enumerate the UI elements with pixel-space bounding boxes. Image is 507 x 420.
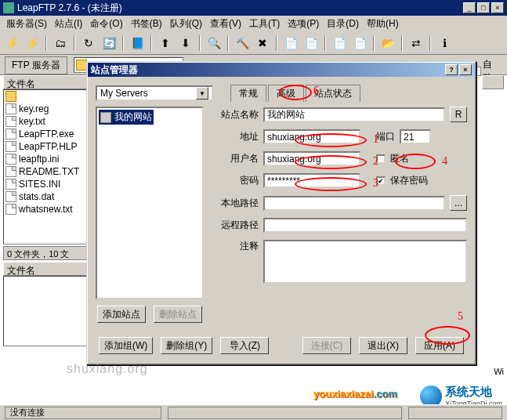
folder-open-icon[interactable]: 📂 xyxy=(379,34,397,52)
import-button[interactable]: 导入(Z) xyxy=(220,337,269,354)
remote-pane-edge xyxy=(482,75,504,282)
menu-directory[interactable]: 目录(D) xyxy=(324,16,362,32)
file-icon xyxy=(5,191,16,202)
find-icon[interactable]: 🔍 xyxy=(205,34,223,52)
menu-help[interactable]: 帮助(H) xyxy=(364,16,402,32)
upload-icon[interactable]: ⬆ xyxy=(157,34,174,52)
close-button[interactable]: × xyxy=(491,2,504,13)
delete-group-button[interactable]: 删除组(Y) xyxy=(161,337,212,354)
main-titlebar: LeapFTP 2.7.6 - (未注册) _ □ × xyxy=(0,0,507,16)
doc2-icon[interactable]: 📄 xyxy=(302,34,320,52)
site-icon xyxy=(100,112,111,123)
up-icon xyxy=(5,91,16,102)
port-input[interactable]: 21 xyxy=(400,129,431,144)
comment-textarea[interactable] xyxy=(263,240,467,284)
delete-icon[interactable]: ✖ xyxy=(254,34,271,52)
file-icon xyxy=(5,166,16,177)
savepass-checkbox[interactable]: ✔ xyxy=(376,176,386,186)
maximize-button[interactable]: □ xyxy=(477,2,490,13)
menu-bookmark[interactable]: 书签(B) xyxy=(128,16,165,32)
label-pass: 密码 xyxy=(215,174,259,187)
status-cell-2 xyxy=(168,407,402,419)
statusbar: 没有连接 xyxy=(0,404,507,420)
status-cell-3 xyxy=(408,407,502,419)
info-icon[interactable]: ℹ xyxy=(436,34,453,52)
label-port: 端口 xyxy=(376,130,395,143)
delete-site-button[interactable]: 删除站点 xyxy=(154,306,202,323)
password-input[interactable]: ********* xyxy=(263,173,360,188)
dialog-help-button[interactable]: ? xyxy=(445,64,458,75)
partial-text: Wi xyxy=(494,367,504,376)
browse-local-button[interactable]: ... xyxy=(450,195,467,211)
site-manager-dialog: 站点管理器 ? × My Servers ▼ 常规 高级 站点状态 我的网站 xyxy=(86,61,476,365)
menu-site[interactable]: 站点(I) xyxy=(52,16,85,32)
file-icon xyxy=(5,129,16,139)
add-site-button[interactable]: 添加站点 xyxy=(97,306,146,323)
file-icon xyxy=(5,179,16,190)
label-localpath: 本地路径 xyxy=(215,197,259,210)
dialog-titlebar: 站点管理器 ? × xyxy=(88,63,475,77)
r-button[interactable]: R xyxy=(450,107,467,122)
site-tree[interactable]: 我的网站 xyxy=(96,107,204,299)
doc3-icon[interactable]: 📄 xyxy=(331,34,348,52)
chevron-down-icon[interactable]: ▼ xyxy=(196,87,208,100)
download-icon[interactable]: ⬇ xyxy=(177,34,194,52)
menu-queue[interactable]: 队列(Q) xyxy=(167,16,205,32)
menubar: 服务器(S) 站点(I) 命令(O) 书签(B) 队列(Q) 查看(V) 工具(… xyxy=(0,16,507,31)
localpath-input[interactable] xyxy=(263,196,445,211)
tab-site-status[interactable]: 站点状态 xyxy=(306,85,360,102)
file-icon xyxy=(5,141,16,152)
menu-command[interactable]: 命令(O) xyxy=(87,16,125,32)
tab-advanced[interactable]: 高级 xyxy=(268,85,304,102)
app-icon xyxy=(3,2,14,13)
label-anon: 匿名 xyxy=(390,152,409,165)
connect-button[interactable]: 连接(C) xyxy=(302,337,351,354)
toolbar: ⚡ ⚡ 🗂 ↻ 🔄 📘 ⬆ ⬇ 🔍 🔨 ✖ 📄 📄 📄 📄 📂 ⇄ ℹ xyxy=(0,31,507,55)
doc4-icon[interactable]: 📄 xyxy=(351,34,368,52)
combo-value: My Servers xyxy=(100,88,148,99)
connect-icon[interactable]: ⚡ xyxy=(3,34,20,52)
anon-checkbox[interactable] xyxy=(376,154,386,164)
minimize-button[interactable]: _ xyxy=(463,2,476,13)
disconnect-icon[interactable]: ⚡ xyxy=(24,34,41,52)
label-comment: 注释 xyxy=(215,240,259,253)
book-icon[interactable]: 📘 xyxy=(129,34,146,52)
file-icon xyxy=(5,116,16,127)
tab-ftp-server[interactable]: FTP 服务器 xyxy=(5,56,67,74)
dialog-close-button[interactable]: × xyxy=(459,64,472,75)
watermark-text: shuxiang.org xyxy=(67,362,148,376)
file-icon xyxy=(5,204,16,215)
address-input[interactable]: shuxiang.org xyxy=(263,129,360,144)
site-tree-item[interactable]: 我的网站 xyxy=(99,110,154,125)
dialog-title: 站点管理器 xyxy=(91,63,138,77)
window-title: LeapFTP 2.7.6 - (未注册) xyxy=(17,2,122,15)
server-group-combo[interactable]: My Servers ▼ xyxy=(96,85,213,101)
doc1-icon[interactable]: 📄 xyxy=(282,34,299,52)
label-user: 用户名 xyxy=(215,152,259,165)
menu-server[interactable]: 服务器(S) xyxy=(3,16,50,32)
sitename-input[interactable]: 我的网站 xyxy=(263,107,445,122)
folder-icon xyxy=(76,60,87,71)
label-addr: 地址 xyxy=(215,130,259,143)
menu-view[interactable]: 查看(V) xyxy=(207,16,244,32)
refresh-icon[interactable]: 🔄 xyxy=(100,34,118,52)
label-remotepath: 远程路径 xyxy=(215,219,259,232)
menu-options[interactable]: 选项(P) xyxy=(284,16,322,32)
tab-general[interactable]: 常规 xyxy=(230,85,266,102)
file-icon xyxy=(5,154,16,165)
file-icon xyxy=(5,103,16,114)
label-sitename: 站点名称 xyxy=(215,108,259,121)
apply-button[interactable]: 应用(A) xyxy=(415,337,464,354)
sitemgr-icon[interactable]: 🗂 xyxy=(52,34,69,52)
status-text: 没有连接 xyxy=(5,407,161,419)
menu-tools[interactable]: 工具(T) xyxy=(246,16,283,32)
brand-youxiaxiazai: youxiaxiazai.com xyxy=(313,388,397,400)
swap-icon[interactable]: ⇄ xyxy=(407,34,425,52)
remotepath-input[interactable] xyxy=(263,218,467,233)
exit-button[interactable]: 退出(X) xyxy=(359,337,407,354)
hammer-icon[interactable]: 🔨 xyxy=(234,34,251,52)
username-input[interactable]: shuxiang.org xyxy=(263,151,360,166)
label-savepass: 保存密码 xyxy=(390,174,428,187)
add-group-button[interactable]: 添加组(W) xyxy=(99,337,153,354)
reload-icon[interactable]: ↻ xyxy=(80,34,97,52)
